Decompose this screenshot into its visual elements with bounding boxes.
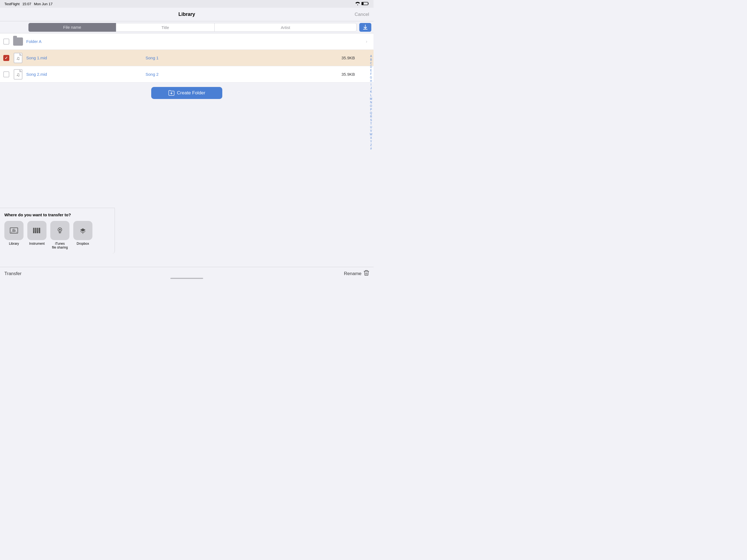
rename-area: Rename	[344, 270, 369, 277]
checkbox-unchecked	[3, 71, 9, 77]
wifi-icon	[356, 2, 360, 6]
checkbox-unchecked	[3, 39, 9, 45]
transfer-title: Where do you want to transfer to?	[4, 212, 110, 217]
svg-rect-10	[38, 228, 38, 231]
alpha-N[interactable]: N	[370, 101, 372, 104]
status-bar: TestFlight 15:07 Mon Jun 17	[0, 0, 374, 8]
create-folder-label: Create Folder	[177, 90, 205, 96]
alpha-hash[interactable]: #	[370, 147, 372, 150]
col-filename-header[interactable]: File name	[28, 23, 116, 32]
checkbox-checked: ✓	[3, 55, 9, 61]
alpha-B[interactable]: B	[370, 58, 372, 61]
nav-bar: Library Cancel	[0, 8, 374, 21]
status-left: TestFlight 15:07 Mon Jun 17	[4, 2, 52, 6]
alpha-T[interactable]: T	[370, 122, 372, 126]
alpha-V[interactable]: V	[370, 129, 372, 133]
delete-icon[interactable]	[364, 270, 369, 277]
home-indicator	[170, 278, 203, 279]
transfer-options: Library Instrument	[4, 221, 110, 249]
alpha-K[interactable]: K	[370, 90, 372, 94]
rename-button[interactable]: Rename	[344, 271, 361, 276]
cancel-button[interactable]: Cancel	[355, 12, 369, 17]
folder-name: Folder A	[26, 39, 103, 44]
song2-filename: Song 2.mid	[26, 72, 103, 77]
svg-rect-1	[362, 2, 364, 5]
status-right	[356, 2, 369, 6]
instrument-icon	[27, 221, 47, 240]
alpha-F[interactable]: F	[370, 73, 372, 76]
chevron-right-icon: ›	[366, 39, 371, 44]
alpha-H[interactable]: H	[370, 80, 372, 83]
alpha-index: A B C D E F G H I J K L M N O P Q R S T …	[368, 55, 374, 150]
row-checkbox-folder[interactable]	[2, 37, 10, 46]
dropbox-label: Dropbox	[77, 242, 89, 246]
itunes-sharing-icon	[50, 221, 70, 240]
svg-rect-8	[34, 228, 35, 231]
table-row[interactable]: Folder A ›	[0, 33, 374, 50]
svg-rect-9	[36, 228, 36, 231]
app-name: TestFlight	[4, 2, 20, 6]
song1-filename: Song 1.mid	[26, 55, 103, 60]
content-area: A B C D E F G H I J K L M N O P Q R S T …	[0, 33, 374, 267]
svg-rect-7	[39, 228, 40, 233]
col-title-header[interactable]: Title	[116, 23, 214, 32]
alpha-W[interactable]: W	[370, 133, 372, 136]
midi-file-icon: ♫	[12, 52, 24, 63]
instrument-label: Instrument	[29, 242, 45, 246]
library-icon	[4, 221, 24, 240]
alpha-C[interactable]: C	[370, 62, 372, 65]
midi-file-icon-2: ♫	[12, 69, 24, 80]
create-folder-button[interactable]: Create Folder	[151, 87, 222, 99]
song2-size: 35.9KB	[201, 72, 366, 77]
alpha-U[interactable]: U	[370, 126, 372, 129]
alpha-S[interactable]: S	[370, 119, 372, 122]
song1-size: 35.9KB	[201, 55, 366, 60]
itunes-label: iTunes file sharing	[52, 242, 68, 249]
alpha-P[interactable]: P	[370, 108, 372, 111]
table-row[interactable]: ♫ Song 2.mid Song 2 35.9KB	[0, 66, 374, 82]
alpha-Q[interactable]: Q	[370, 111, 372, 115]
battery-indicator	[361, 2, 369, 6]
download-button[interactable]	[359, 23, 371, 32]
alpha-Z[interactable]: Z	[370, 144, 372, 147]
alpha-E[interactable]: E	[370, 69, 372, 72]
col-artist-header[interactable]: Artist	[214, 23, 357, 32]
svg-point-12	[59, 229, 61, 230]
status-time: 15:07	[22, 2, 31, 6]
nav-title: Library	[178, 11, 195, 17]
row-checkbox-song2[interactable]	[2, 70, 10, 78]
transfer-option-itunes[interactable]: iTunes file sharing	[50, 221, 70, 249]
alpha-A[interactable]: A	[370, 55, 372, 58]
alpha-Y[interactable]: Y	[370, 140, 372, 143]
folder-icon	[12, 36, 24, 47]
alpha-G[interactable]: G	[370, 76, 372, 79]
alpha-X[interactable]: X	[370, 136, 372, 140]
alpha-D[interactable]: D	[370, 65, 372, 69]
transfer-button[interactable]: Transfer	[4, 271, 22, 276]
library-label: Library	[9, 242, 19, 246]
transfer-option-library[interactable]: Library	[4, 221, 24, 249]
transfer-option-dropbox[interactable]: Dropbox	[73, 221, 93, 249]
song2-title: Song 2	[103, 72, 201, 77]
alpha-J[interactable]: J	[370, 87, 372, 90]
alpha-R[interactable]: R	[370, 115, 372, 119]
dropbox-icon	[73, 221, 93, 240]
alpha-O[interactable]: O	[370, 104, 372, 108]
transfer-option-instrument[interactable]: Instrument	[27, 221, 47, 249]
table-row[interactable]: ✓ ♫ Song 1.mid Song 1 35.9KB	[0, 50, 374, 66]
column-headers: File name Title Artist	[0, 21, 374, 33]
alpha-L[interactable]: L	[370, 94, 372, 97]
transfer-panel: Where do you want to transfer to? Librar…	[0, 208, 115, 254]
row-checkbox-song1[interactable]: ✓	[2, 54, 10, 62]
status-date: Mon Jun 17	[34, 2, 52, 6]
alpha-M[interactable]: M	[370, 97, 372, 101]
svg-rect-2	[363, 29, 367, 29]
alpha-I[interactable]: I	[371, 83, 371, 86]
song1-title: Song 1	[103, 55, 201, 60]
